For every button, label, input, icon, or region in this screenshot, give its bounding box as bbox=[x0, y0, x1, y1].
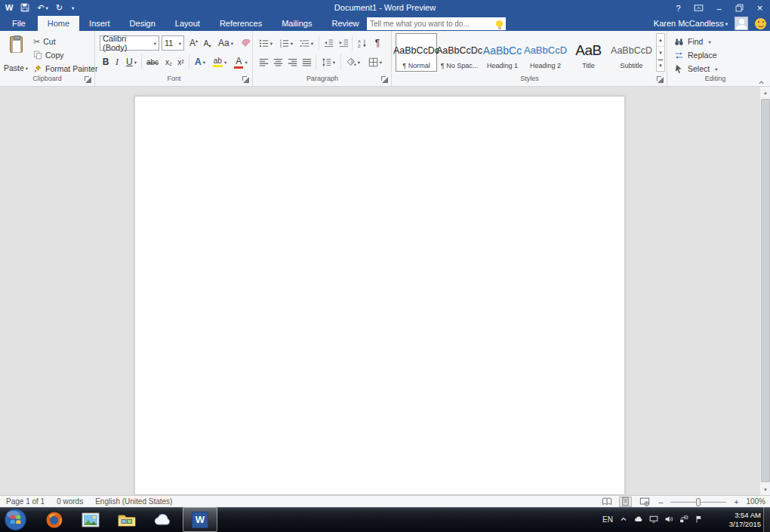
cut-button[interactable]: ✂ Cut bbox=[33, 35, 56, 48]
text-highlight-button[interactable]: ab bbox=[210, 54, 229, 69]
taskbar-photo-viewer-button[interactable] bbox=[74, 507, 107, 532]
tray-action-center-button[interactable] bbox=[695, 515, 704, 525]
tell-me-box[interactable] bbox=[367, 17, 506, 30]
justify-button[interactable] bbox=[300, 54, 313, 69]
line-spacing-button[interactable] bbox=[319, 54, 338, 69]
shrink-font-button[interactable]: A▾ bbox=[201, 35, 214, 51]
multilevel-list-button[interactable] bbox=[297, 35, 316, 51]
format-painter-button[interactable]: Format Painter bbox=[33, 63, 97, 75]
up-arrow-icon: ▴ bbox=[196, 38, 198, 43]
taskbar-word-button[interactable]: W bbox=[183, 507, 217, 532]
show-desktop-button[interactable] bbox=[763, 507, 770, 532]
grow-font-button[interactable]: A▴ bbox=[187, 35, 200, 51]
web-layout-button[interactable] bbox=[638, 497, 651, 507]
scrollbar-thumb[interactable] bbox=[761, 99, 770, 482]
input-language-indicator[interactable]: EN bbox=[602, 515, 613, 524]
tray-display-button[interactable] bbox=[649, 515, 658, 525]
tab-layout[interactable]: Layout bbox=[165, 16, 210, 31]
style-title[interactable]: AaB Title bbox=[568, 33, 609, 72]
page-count[interactable]: Page 1 of 1 bbox=[6, 497, 45, 506]
taskbar-firefox-button[interactable] bbox=[38, 507, 71, 532]
style-heading-2[interactable]: AaBbCcD Heading 2 bbox=[525, 33, 566, 72]
taskbar-onedrive-button[interactable] bbox=[146, 507, 180, 532]
style-subtitle[interactable]: AaBbCcD Subtitle bbox=[611, 33, 652, 72]
replace-button[interactable]: Replace bbox=[674, 49, 717, 61]
zoom-slider[interactable] bbox=[670, 497, 726, 507]
tray-network-button[interactable] bbox=[679, 515, 688, 525]
close-button[interactable]: × bbox=[750, 0, 770, 16]
superscript-button[interactable]: x² bbox=[175, 54, 186, 69]
vertical-scrollbar[interactable]: ▲ ▼ bbox=[759, 87, 770, 495]
style-normal[interactable]: AaBbCcDc ¶ Normal bbox=[396, 33, 437, 72]
clipboard-dialog-launcher[interactable] bbox=[84, 75, 92, 84]
subscript-button[interactable]: x₂ bbox=[163, 54, 174, 69]
feedback-smiley-button[interactable] bbox=[755, 18, 766, 29]
find-button[interactable]: Find bbox=[674, 35, 711, 48]
zoom-slider-thumb[interactable] bbox=[696, 498, 701, 506]
signed-in-user[interactable]: Karen McCandless bbox=[654, 19, 728, 28]
styles-gallery-more-button[interactable]: ▼ bbox=[658, 60, 663, 71]
increase-indent-button[interactable] bbox=[337, 35, 350, 51]
text-effects-button[interactable]: A bbox=[192, 54, 208, 69]
font-color-button[interactable]: A bbox=[232, 54, 250, 69]
shading-button[interactable] bbox=[343, 54, 363, 69]
ribbon-display-options-button[interactable] bbox=[688, 0, 709, 16]
document-page[interactable] bbox=[134, 96, 625, 495]
paste-button[interactable]: Paste bbox=[2, 34, 29, 75]
zoom-in-button[interactable]: + bbox=[732, 497, 740, 506]
language-status[interactable]: English (United States) bbox=[95, 497, 172, 506]
align-center-button[interactable] bbox=[271, 54, 285, 69]
user-avatar[interactable] bbox=[735, 17, 748, 30]
select-button[interactable]: Select bbox=[674, 63, 717, 75]
taskbar-clock[interactable]: 3:54 AM 3/17/2015 bbox=[729, 511, 761, 528]
read-mode-button[interactable] bbox=[600, 497, 613, 507]
align-right-button[interactable] bbox=[285, 54, 299, 69]
numbering-button[interactable] bbox=[277, 35, 295, 51]
change-case-button[interactable]: Aa bbox=[217, 35, 235, 51]
scroll-down-button[interactable]: ▼ bbox=[760, 484, 770, 495]
paragraph-dialog-launcher[interactable] bbox=[380, 75, 389, 84]
styles-scroll-down-button[interactable]: ▼ bbox=[657, 47, 664, 60]
restore-button[interactable] bbox=[729, 0, 750, 16]
tab-references[interactable]: References bbox=[210, 16, 272, 31]
show-hide-marks-button[interactable]: ¶ bbox=[371, 35, 383, 51]
font-name-select[interactable]: Calibri (Body) bbox=[100, 35, 159, 51]
tab-mailings[interactable]: Mailings bbox=[272, 16, 322, 31]
tab-file[interactable]: File bbox=[0, 16, 38, 31]
tray-onedrive-button[interactable] bbox=[634, 515, 643, 525]
sort-button[interactable] bbox=[355, 35, 370, 51]
tray-volume-button[interactable] bbox=[664, 515, 673, 525]
minimize-button[interactable]: – bbox=[709, 0, 729, 16]
start-button[interactable] bbox=[4, 508, 27, 531]
help-button[interactable]: ? bbox=[668, 0, 688, 16]
styles-scroll-up-button[interactable]: ▲ bbox=[657, 34, 664, 47]
zoom-level[interactable]: 100% bbox=[746, 497, 765, 506]
tab-home[interactable]: Home bbox=[38, 16, 79, 31]
decrease-indent-button[interactable] bbox=[322, 35, 335, 51]
style-heading-1[interactable]: AaBbCc Heading 1 bbox=[482, 33, 523, 72]
align-left-button[interactable] bbox=[257, 54, 270, 69]
hidden-icons-button[interactable] bbox=[619, 515, 628, 525]
italic-button[interactable]: I bbox=[112, 54, 122, 69]
taskbar-explorer-button[interactable] bbox=[110, 507, 143, 532]
strikethrough-button[interactable]: abc bbox=[143, 54, 162, 69]
tab-review[interactable]: Review bbox=[322, 16, 369, 31]
style-no-spacing[interactable]: AaBbCcDc ¶ No Spac... bbox=[439, 33, 480, 72]
underline-button[interactable]: U bbox=[124, 54, 139, 69]
tab-design[interactable]: Design bbox=[120, 16, 165, 31]
print-layout-button[interactable] bbox=[619, 497, 632, 507]
word-count[interactable]: 0 words bbox=[57, 497, 83, 506]
styles-dialog-launcher[interactable] bbox=[656, 75, 664, 84]
bold-button[interactable]: B bbox=[100, 54, 111, 69]
tab-insert[interactable]: Insert bbox=[79, 16, 120, 31]
bullets-icon bbox=[259, 38, 269, 48]
copy-button[interactable]: Copy bbox=[33, 49, 64, 61]
clear-formatting-button[interactable] bbox=[238, 35, 253, 51]
font-dialog-launcher[interactable] bbox=[242, 75, 250, 84]
scroll-up-button[interactable]: ▲ bbox=[760, 87, 770, 98]
tell-me-input[interactable] bbox=[370, 20, 496, 28]
bullets-button[interactable] bbox=[257, 35, 275, 51]
zoom-out-button[interactable]: – bbox=[657, 497, 664, 506]
borders-button[interactable] bbox=[365, 54, 385, 69]
font-size-select[interactable]: 11 bbox=[162, 35, 184, 51]
